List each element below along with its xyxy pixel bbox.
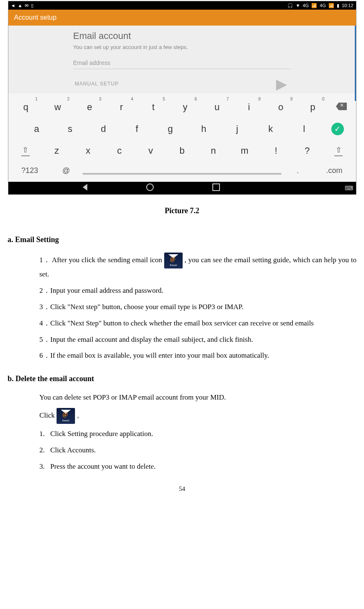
list-item: 5．Input the email account and display th…: [39, 334, 356, 346]
manual-setup-button[interactable]: MANUAL SETUP: [73, 81, 119, 87]
key-![interactable]: !: [260, 141, 292, 160]
key-o[interactable]: 9o: [265, 98, 297, 117]
key-c[interactable]: c: [104, 141, 135, 160]
key-y[interactable]: 6y: [169, 98, 201, 117]
key-a[interactable]: a: [20, 119, 53, 139]
app-bar-title: Account setup: [14, 14, 57, 21]
item-number: 4．: [39, 317, 50, 330]
email-app-icon: Email: [164, 253, 183, 268]
nav-home-button[interactable]: [146, 183, 154, 193]
key-h[interactable]: h: [187, 119, 221, 139]
status-right: 🎧 ▼ 4G 📶 4G 📶 ▮ 10:12: [287, 3, 354, 8]
item-number: 1.: [39, 428, 50, 440]
shift-key-right[interactable]: ⇧: [323, 141, 354, 160]
key-q[interactable]: 1q: [10, 98, 42, 117]
status-time: 10:12: [342, 3, 354, 8]
key-?[interactable]: ?: [292, 141, 323, 160]
period-key[interactable]: .: [281, 162, 315, 179]
list-item: 3.Press the account you want to delete.: [39, 461, 356, 473]
key-n[interactable]: n: [198, 141, 229, 160]
back-status-icon: ◄: [11, 3, 15, 8]
nav-back-button[interactable]: [83, 184, 88, 192]
form-title: Email account: [73, 31, 291, 41]
key-d[interactable]: d: [87, 119, 120, 139]
section-b-click-line: Click Email 。: [39, 408, 356, 424]
key-z[interactable]: z: [41, 141, 72, 160]
key-v[interactable]: v: [135, 141, 166, 160]
figure-caption: Picture 7.2: [8, 206, 356, 215]
headset-icon: 🎧: [287, 3, 293, 8]
item-text: Click Accounts.: [50, 446, 96, 454]
key-m[interactable]: m: [229, 141, 261, 160]
list-item: 4．Click "Next Step" button to check whet…: [39, 317, 356, 330]
item-number: 3.: [39, 461, 50, 473]
square-icon: [212, 183, 220, 191]
key-l[interactable]: l: [287, 119, 321, 139]
section-b-list: 1.Click Setting procedure application. 2…: [39, 428, 356, 473]
next-arrow-button[interactable]: ▶: [276, 77, 291, 91]
enter-key[interactable]: ✓: [321, 119, 354, 139]
item-text: Click Setting procedure application.: [50, 430, 153, 438]
email-setup-form: Email account You can set up your accoun…: [8, 26, 356, 93]
click-word: Click: [39, 411, 55, 419]
status-left: ◄ ▲ ✉ ▯: [11, 3, 34, 8]
key-p[interactable]: 0p: [297, 98, 328, 117]
space-key[interactable]: [83, 163, 281, 179]
item-text: Input the email account and display the …: [50, 335, 253, 343]
email-status-icon: ✉: [25, 3, 28, 8]
shift-key[interactable]: ⇧: [10, 141, 41, 160]
symbols-key[interactable]: ?123: [10, 162, 50, 179]
key-s[interactable]: s: [53, 119, 87, 139]
page-number: 54: [8, 485, 356, 493]
dotcom-key[interactable]: .com: [315, 162, 354, 179]
keyboard-row-4: ?123 @ . .com: [10, 162, 354, 179]
signal-icon-2: 📶: [328, 3, 334, 8]
key-x[interactable]: x: [72, 141, 104, 160]
item-number: 1．: [39, 254, 50, 266]
key-t[interactable]: 5t: [137, 98, 169, 117]
item-text: Click "Next Step" button to check whethe…: [50, 319, 314, 327]
nav-recent-button[interactable]: [212, 183, 220, 193]
warning-status-icon: ▲: [18, 3, 22, 8]
download-icon: ▼: [296, 3, 300, 8]
email-address-input[interactable]: Email address: [73, 57, 291, 69]
list-item: 2．Input your email address and password.: [39, 285, 356, 297]
key-k[interactable]: k: [254, 119, 287, 139]
item-text: Press the account you want to delete.: [50, 462, 156, 470]
soft-keyboard: 1q2w3e4r5t6y7u8i9o0p asdfghjkl ✓ ⇧ zxcvb…: [8, 93, 356, 182]
backspace-key[interactable]: [329, 98, 354, 117]
at-key[interactable]: @: [49, 162, 83, 179]
triangle-icon: [83, 184, 87, 191]
list-item: 3．Click "Next step" button, choose your …: [39, 301, 356, 313]
item-text: Click "Next step" button, choose your em…: [50, 303, 243, 311]
item-number: 2.: [39, 444, 50, 457]
item-text: Input your email address and password.: [50, 286, 163, 294]
navigation-bar: ⌨: [8, 182, 356, 194]
list-item: 1.Click Setting procedure application.: [39, 428, 356, 440]
key-j[interactable]: j: [220, 119, 254, 139]
section-b-title: b. Delete the email account: [8, 374, 356, 383]
item-number: 2．: [39, 285, 50, 297]
key-g[interactable]: g: [154, 119, 187, 139]
list-item: 6．If the email box is available, you wil…: [39, 350, 356, 362]
period-cn: 。: [77, 411, 84, 419]
key-w[interactable]: 2w: [42, 98, 74, 117]
sim-status-icon: ▯: [31, 3, 34, 8]
key-r[interactable]: 4r: [106, 98, 137, 117]
section-a-list: 1． After you click the sending email ico…: [39, 253, 356, 362]
app-bar: Account setup: [8, 10, 356, 26]
battery-icon: ▮: [337, 3, 339, 8]
item-text-pre: After you click the sending email icon: [52, 256, 164, 264]
key-f[interactable]: f: [120, 119, 154, 139]
nav-keyboard-icon[interactable]: ⌨: [345, 185, 353, 191]
android-screenshot: ◄ ▲ ✉ ▯ 🎧 ▼ 4G 📶 4G 📶 ▮ 10:12 Account se…: [8, 1, 356, 195]
keyboard-row-1: 1q2w3e4r5t6y7u8i9o0p: [10, 98, 354, 117]
form-subtitle: You can set up your account in just a fe…: [73, 44, 291, 50]
keyboard-row-2: asdfghjkl ✓: [10, 119, 354, 139]
key-i[interactable]: 8i: [233, 98, 265, 117]
item-text: If the email box is available, you will …: [50, 351, 269, 359]
key-e[interactable]: 3e: [74, 98, 106, 117]
signal-icon-1: 📶: [311, 3, 317, 8]
key-u[interactable]: 7u: [201, 98, 233, 117]
key-b[interactable]: b: [166, 141, 198, 160]
